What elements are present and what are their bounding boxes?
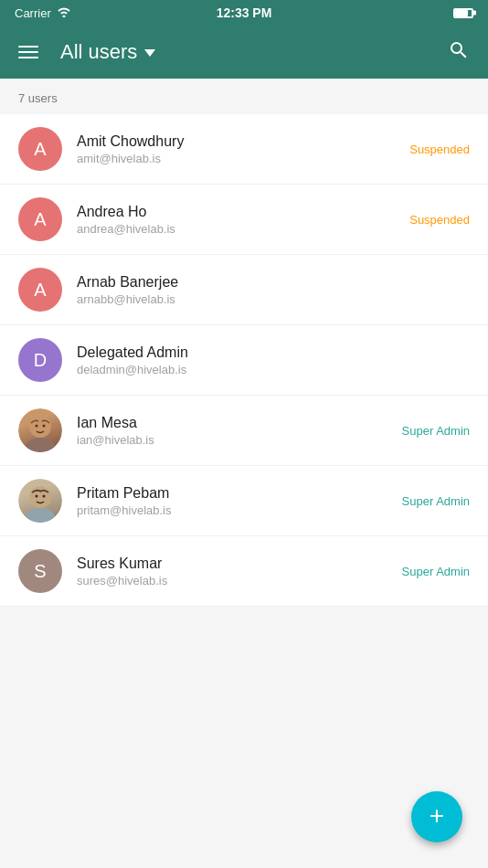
title-text: All users [60, 40, 137, 64]
list-item[interactable]: Pritam Pebam pritam@hivelab.is Super Adm… [0, 466, 488, 536]
svg-point-5 [26, 508, 55, 523]
user-email: deladmin@hivelab.is [77, 363, 470, 376]
svg-point-3 [43, 425, 46, 428]
svg-point-2 [36, 425, 38, 428]
user-email: amit@hivelab.is [77, 152, 409, 165]
user-name: Andrea Ho [77, 204, 409, 220]
battery-icon [453, 8, 473, 18]
user-badge: Super Admin [402, 565, 470, 578]
avatar: A [18, 268, 62, 312]
dropdown-arrow-icon[interactable] [144, 49, 155, 57]
user-badge: Suspended [409, 213, 470, 227]
user-info: Sures Kumar sures@hivelab.is [77, 556, 402, 587]
add-icon: + [430, 803, 444, 829]
svg-point-0 [29, 416, 51, 438]
user-badge: Suspended [409, 143, 470, 156]
user-name: Pritam Pebam [77, 485, 402, 502]
avatar [18, 408, 62, 452]
user-email: andrea@hivelab.is [77, 222, 409, 236]
search-button[interactable] [444, 36, 473, 69]
user-info: Pritam Pebam pritam@hivelab.is [77, 485, 402, 517]
svg-point-6 [36, 495, 38, 498]
user-name: Amit Chowdhury [77, 133, 409, 150]
user-name: Sures Kumar [77, 556, 402, 572]
user-badge: Super Admin [402, 494, 470, 508]
user-name: Arnab Banerjee [77, 274, 470, 291]
list-item[interactable]: A Arnab Banerjee arnabb@hivelab.is [0, 255, 488, 325]
user-email: arnabb@hivelab.is [77, 292, 470, 306]
user-name: Delegated Admin [77, 344, 470, 361]
svg-point-4 [29, 486, 51, 508]
avatar: A [18, 197, 62, 241]
list-item[interactable]: A Andrea Ho andrea@hivelab.is Suspended [0, 185, 488, 255]
svg-point-1 [26, 438, 55, 452]
menu-button[interactable] [15, 42, 42, 62]
user-email: sures@hivelab.is [77, 574, 402, 587]
user-email: ian@hivelab.is [77, 433, 402, 447]
user-name: Ian Mesa [77, 415, 402, 431]
add-user-fab[interactable]: + [411, 791, 462, 842]
avatar [18, 479, 62, 523]
user-info: Ian Mesa ian@hivelab.is [77, 415, 402, 447]
user-info: Arnab Banerjee arnabb@hivelab.is [77, 274, 470, 306]
status-bar-time: 12:33 PM [217, 5, 272, 20]
wifi-icon [57, 5, 71, 20]
user-info: Delegated Admin deladmin@hivelab.is [77, 344, 470, 376]
list-item[interactable]: Ian Mesa ian@hivelab.is Super Admin [0, 396, 488, 466]
user-count: 7 users [0, 79, 488, 114]
svg-point-7 [43, 495, 46, 498]
list-item[interactable]: D Delegated Admin deladmin@hivelab.is [0, 325, 488, 396]
app-bar: All users [0, 26, 488, 79]
user-info: Andrea Ho andrea@hivelab.is [77, 204, 409, 236]
user-badge: Super Admin [402, 424, 470, 438]
list-item[interactable]: S Sures Kumar sures@hivelab.is Super Adm… [0, 536, 488, 607]
avatar: D [18, 338, 62, 382]
avatar: A [18, 127, 62, 171]
status-bar-right [453, 8, 473, 18]
status-bar: Carrier 12:33 PM [0, 0, 488, 26]
user-info: Amit Chowdhury amit@hivelab.is [77, 133, 409, 165]
status-bar-left: Carrier [15, 5, 71, 20]
avatar: S [18, 549, 62, 593]
app-bar-title[interactable]: All users [60, 40, 444, 64]
user-list: A Amit Chowdhury amit@hivelab.is Suspend… [0, 114, 488, 607]
list-item[interactable]: A Amit Chowdhury amit@hivelab.is Suspend… [0, 114, 488, 185]
user-email: pritam@hivelab.is [77, 503, 402, 517]
carrier-text: Carrier [15, 6, 51, 20]
